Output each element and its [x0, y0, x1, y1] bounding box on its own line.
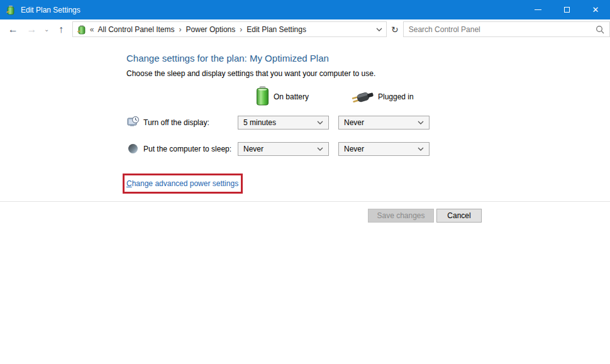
- refresh-button[interactable]: ↻: [387, 25, 403, 35]
- cancel-button[interactable]: Cancel: [436, 209, 482, 223]
- breadcrumb-separator-icon[interactable]: ›: [235, 25, 247, 34]
- navigation-bar: ← → ⌄ ↑ « All Control Panel Items › Powe…: [0, 19, 610, 39]
- up-button[interactable]: ↑: [52, 25, 70, 35]
- display-icon: [127, 116, 140, 128]
- edit-plan-settings-window: Edit Plan Settings ✕ ← → ⌄ ↑ « All Contr…: [0, 0, 610, 364]
- selected-value: 5 minutes: [243, 118, 276, 127]
- sleep-icon: [128, 143, 138, 154]
- selected-value: Never: [243, 145, 263, 153]
- on-battery-column-header: On battery: [274, 92, 309, 101]
- selected-value: Never: [344, 145, 364, 153]
- close-button[interactable]: ✕: [581, 0, 610, 19]
- sleep-on-battery-select[interactable]: Never: [238, 142, 329, 156]
- search-box: [403, 21, 610, 37]
- save-changes-button[interactable]: Save changes: [368, 209, 434, 223]
- minimize-icon: [535, 9, 541, 10]
- maximize-button[interactable]: [552, 0, 581, 19]
- forward-button[interactable]: →: [23, 25, 42, 35]
- turn-off-display-plugged-in-select[interactable]: Never: [338, 116, 430, 130]
- on-battery-icon: [256, 86, 269, 106]
- breadcrumb-separator-icon[interactable]: ›: [175, 25, 186, 34]
- sleep-plugged-in-select[interactable]: Never: [338, 142, 430, 156]
- title-bar: Edit Plan Settings ✕: [0, 0, 610, 19]
- search-icon[interactable]: [596, 25, 604, 34]
- change-advanced-power-settings-link[interactable]: Change advanced power settings: [126, 179, 238, 188]
- window-title: Edit Plan Settings: [21, 6, 80, 14]
- footer-divider: [0, 201, 610, 202]
- breadcrumb-edit-plan-settings[interactable]: Edit Plan Settings: [247, 25, 306, 34]
- page-title: Change settings for the plan: My Optimiz…: [126, 53, 329, 63]
- minimize-button[interactable]: [523, 0, 552, 19]
- address-bar[interactable]: « All Control Panel Items › Power Option…: [72, 21, 387, 37]
- plugged-in-icon: [350, 90, 375, 105]
- breadcrumb-all-control-panel-items[interactable]: All Control Panel Items: [97, 25, 174, 34]
- turn-off-display-on-battery-select[interactable]: 5 minutes: [238, 116, 329, 130]
- chevron-down-icon: [418, 147, 424, 151]
- search-input[interactable]: [409, 25, 596, 34]
- chevron-down-icon: [317, 147, 323, 151]
- maximize-icon: [564, 7, 570, 13]
- breadcrumb-power-options[interactable]: Power Options: [186, 25, 236, 34]
- close-icon: ✕: [592, 6, 599, 14]
- power-options-icon: [6, 5, 16, 15]
- address-dropdown-chevron-icon[interactable]: [376, 28, 382, 31]
- plugged-in-column-header: Plugged in: [378, 92, 414, 101]
- selected-value: Never: [344, 118, 364, 127]
- breadcrumb-collapse-chevron[interactable]: «: [90, 25, 94, 34]
- turn-off-display-label: Turn off the display:: [143, 118, 209, 127]
- power-options-breadcrumb-icon: [77, 25, 87, 35]
- page-description: Choose the sleep and display settings th…: [126, 69, 375, 78]
- recent-pages-dropdown[interactable]: ⌄: [41, 26, 52, 33]
- chevron-down-icon: [418, 121, 424, 124]
- chevron-down-icon: [317, 121, 323, 124]
- put-computer-to-sleep-label: Put the computer to sleep:: [143, 145, 231, 153]
- back-button[interactable]: ←: [4, 25, 23, 35]
